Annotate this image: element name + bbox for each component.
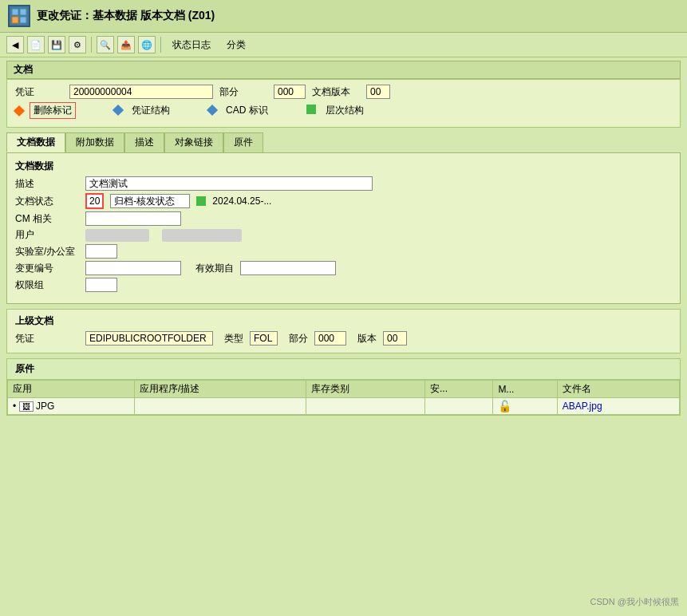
voucher-input[interactable] bbox=[69, 85, 213, 99]
row-app-desc bbox=[135, 398, 306, 415]
delete-mark-diamond bbox=[14, 105, 25, 116]
upper-voucher-input[interactable] bbox=[85, 331, 213, 346]
row-storage bbox=[306, 398, 425, 415]
upper-version-label: 版本 bbox=[357, 332, 377, 346]
delete-mark-checkbox[interactable]: 删除标记 bbox=[30, 102, 76, 119]
voucher-label: 凭证 bbox=[15, 85, 63, 99]
upper-type-input[interactable] bbox=[250, 331, 278, 346]
row-col5: 🔓 bbox=[493, 398, 557, 415]
tab-object-link[interactable]: 对象链接 bbox=[164, 132, 223, 152]
auth-group-input[interactable] bbox=[85, 278, 117, 292]
toolbar-btn-export[interactable]: 📤 bbox=[117, 36, 135, 53]
page-title: 更改凭证：基本数据 版本文档 (Z01) bbox=[37, 9, 215, 23]
cm-related-label: CM 相关 bbox=[15, 212, 79, 226]
row-col4 bbox=[425, 398, 493, 415]
doc-status-text-input[interactable] bbox=[110, 194, 190, 208]
cm-related-row: CM 相关 bbox=[15, 211, 672, 226]
upper-doc-title: 上级文档 bbox=[15, 314, 672, 328]
main-content: 文档 凭证 部分 文档版本 删除标记 凭证结构 bbox=[0, 57, 687, 424]
validity-label: 有效期自 bbox=[195, 262, 234, 275]
toolbar-btn-tree[interactable]: 🌐 bbox=[138, 36, 156, 53]
checkbox-row: 删除标记 凭证结构 CAD 标识 层次结构 bbox=[15, 102, 672, 119]
user-row: 用户 bbox=[15, 228, 672, 242]
doc-section-header: 文档 bbox=[6, 61, 681, 79]
col-app: 应用 bbox=[8, 381, 135, 398]
row-filename: ABAP.jpg bbox=[557, 398, 679, 415]
doc-info-section: 凭证 部分 文档版本 删除标记 凭证结构 CAD 标识 bbox=[6, 79, 681, 128]
validity-input[interactable] bbox=[240, 261, 336, 275]
change-num-label: 变更编号 bbox=[15, 262, 79, 275]
tab-originals[interactable]: 原件 bbox=[223, 132, 263, 152]
upper-doc-row: 凭证 类型 部分 版本 bbox=[15, 331, 672, 346]
user-field-blurred-2 bbox=[162, 229, 242, 242]
app-icon bbox=[8, 5, 30, 27]
originals-title: 原件 bbox=[7, 359, 680, 380]
originals-section: 原件 应用 应用程序/描述 库存类别 安... M... 文件名 • 🖼 bbox=[6, 358, 681, 416]
tab-additional-data[interactable]: 附加数据 bbox=[65, 132, 124, 152]
upper-type-label: 类型 bbox=[224, 332, 243, 346]
toolbar-status-log[interactable]: 状态日志 bbox=[166, 37, 217, 53]
col-4: 安... bbox=[425, 381, 493, 398]
upper-doc-section: 上级文档 凭证 类型 部分 版本 bbox=[6, 309, 681, 353]
upper-part-input[interactable] bbox=[314, 331, 346, 346]
hierarchy-structure-label: 层次结构 bbox=[326, 104, 364, 117]
toolbar-btn-search[interactable]: 🔍 bbox=[97, 36, 114, 53]
cm-related-input[interactable] bbox=[85, 211, 181, 226]
part-input[interactable] bbox=[274, 85, 306, 99]
toolbar: ◀ 📄 💾 ⚙ 🔍 📤 🌐 状态日志 分类 bbox=[0, 33, 687, 57]
voucher-row: 凭证 部分 文档版本 bbox=[15, 85, 672, 99]
doc-version-label: 文档版本 bbox=[312, 85, 360, 99]
row-bullet: • bbox=[13, 401, 19, 412]
originals-table: 应用 应用程序/描述 库存类别 安... M... 文件名 • 🖼 JPG bbox=[7, 380, 680, 415]
col-5: M... bbox=[493, 381, 557, 398]
description-input[interactable] bbox=[85, 176, 373, 191]
toolbar-btn-settings[interactable]: ⚙ bbox=[69, 36, 86, 53]
upper-voucher-label: 凭证 bbox=[15, 332, 79, 346]
lab-input[interactable] bbox=[85, 244, 117, 259]
svg-rect-0 bbox=[12, 9, 18, 15]
user-field-blurred-1 bbox=[85, 229, 149, 242]
hierarchy-square bbox=[306, 105, 316, 114]
title-bar: 更改凭证：基本数据 版本文档 (Z01) bbox=[0, 0, 687, 33]
tab-doc-data[interactable]: 文档数据 bbox=[6, 132, 65, 152]
watermark: CSDN @我小时候很黑 bbox=[590, 596, 679, 608]
auth-group-row: 权限组 bbox=[15, 278, 672, 292]
lab-label: 实验室/办公室 bbox=[15, 245, 79, 259]
col-filename: 文件名 bbox=[557, 381, 679, 398]
lab-row: 实验室/办公室 bbox=[15, 244, 672, 259]
tab-description[interactable]: 描述 bbox=[124, 132, 164, 152]
col-app-desc: 应用程序/描述 bbox=[135, 381, 306, 398]
voucher-structure-label: 凭证结构 bbox=[132, 104, 170, 117]
toolbar-btn-save[interactable]: 💾 bbox=[48, 36, 65, 53]
doc-data-inner: 文档数据 描述 文档状态 20 2024.04.25-... CM 相关 bbox=[15, 160, 672, 292]
change-num-input[interactable] bbox=[85, 261, 181, 275]
svg-rect-1 bbox=[20, 9, 26, 15]
toolbar-classify[interactable]: 分类 bbox=[220, 37, 252, 53]
cad-label: CAD 标识 bbox=[226, 104, 268, 117]
row-app-icon: 🖼 bbox=[19, 401, 34, 412]
upper-part-label: 部分 bbox=[289, 332, 308, 346]
col-storage: 库存类别 bbox=[306, 381, 425, 398]
lock-icon: 🔓 bbox=[498, 400, 511, 413]
doc-status-row: 文档状态 20 2024.04.25-... bbox=[15, 193, 672, 209]
description-row: 描述 bbox=[15, 176, 672, 191]
toolbar-btn-new[interactable]: 📄 bbox=[27, 36, 45, 53]
part-label: 部分 bbox=[219, 85, 267, 99]
upper-version-input[interactable] bbox=[383, 331, 407, 346]
doc-version-input[interactable] bbox=[366, 85, 390, 99]
toolbar-btn-back[interactable]: ◀ bbox=[6, 36, 24, 53]
tab-content-doc-data: 文档数据 描述 文档状态 20 2024.04.25-... CM 相关 bbox=[6, 152, 681, 304]
row-app-label: JPG bbox=[36, 401, 54, 412]
status-green-indicator bbox=[196, 196, 206, 206]
auth-group-label: 权限组 bbox=[15, 278, 79, 292]
date-value: 2024.04.25-... bbox=[212, 195, 271, 207]
user-label: 用户 bbox=[15, 228, 79, 242]
change-num-row: 变更编号 有效期自 bbox=[15, 261, 672, 275]
cad-diamond bbox=[207, 104, 218, 115]
file-link[interactable]: ABAP.jpg bbox=[563, 401, 602, 412]
row-app: • 🖼 JPG bbox=[8, 398, 135, 415]
svg-rect-2 bbox=[12, 17, 18, 23]
toolbar-separator-2 bbox=[160, 37, 161, 53]
table-row: • 🖼 JPG 🔓 ABAP.jpg bbox=[8, 398, 680, 415]
doc-data-title: 文档数据 bbox=[15, 160, 672, 173]
